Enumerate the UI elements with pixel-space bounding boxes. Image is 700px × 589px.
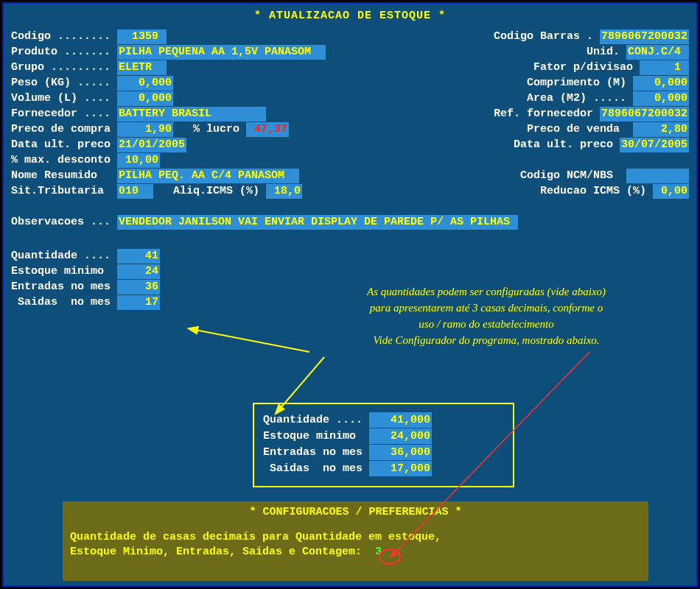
label-peso: Peso (KG) .....	[11, 76, 117, 91]
field-max-desc[interactable]: 10,00	[117, 153, 160, 168]
row-fornecedor: Fornecedor .... BATTERY BRASIL Ref. forn…	[11, 107, 689, 121]
field-est-min-dec[interactable]: 24,000	[369, 428, 432, 444]
field-nome-res[interactable]: PILHA PEQ. AA C/4 PANASOM	[117, 169, 299, 183]
label-qtd: Quantidade ....	[11, 249, 117, 264]
label-produto: Produto .......	[11, 45, 117, 60]
field-volume[interactable]: 0,000	[117, 91, 173, 106]
field-data-ult2[interactable]: 30/07/2005	[620, 138, 689, 152]
field-data-ult1[interactable]: 21/01/2005	[117, 138, 186, 152]
label-fornecedor: Fornecedor ....	[11, 107, 117, 121]
field-sit-trib[interactable]: 010	[117, 184, 153, 199]
label-codigo-barras: Codigo Barras .	[494, 29, 600, 44]
row-desconto: % max. desconto 10,00	[11, 153, 689, 168]
config-panel: * CONFIGURACOES / PREFERENCIAS * Quantid…	[63, 501, 648, 581]
field-comprimento[interactable]: 0,000	[633, 76, 689, 91]
terminal-screen: * ATUALIZACAO DE ESTOQUE * Codigo ......…	[2, 2, 698, 587]
field-ncm[interactable]	[626, 169, 689, 183]
decimal-quantity-box: Quantidade .... 41,000 Estoque minimo 24…	[253, 403, 514, 487]
config-title: * CONFIGURACOES / PREFERENCIAS *	[70, 506, 641, 518]
field-saidas[interactable]: 17	[117, 295, 160, 310]
row-saidas-dec: Saidas no mes 17,000	[263, 461, 504, 476]
field-codigo[interactable]: 1359	[117, 29, 167, 44]
row-nome-res: Nome Resumido PILHA PEQ. AA C/4 PANASOM …	[11, 169, 689, 183]
field-entradas[interactable]: 36	[117, 280, 160, 294]
label-data-ult1: Data ult. preco	[11, 138, 117, 152]
row-est-min-dec: Estoque minimo 24,000	[263, 428, 504, 444]
label-sit-trib: Sit.Tributaria	[11, 184, 117, 199]
label-codigo: Codigo ........	[11, 29, 117, 44]
label-nome-res: Nome Resumido	[11, 169, 117, 183]
row-produto: Produto ....... PILHA PEQUENA AA 1,5V PA…	[11, 45, 689, 60]
label-max-desc: % max. desconto	[11, 153, 117, 168]
annotation-line: As quantidades podem ser configuradas (v…	[295, 283, 678, 300]
row-qtd-dec: Quantidade .... 41,000	[263, 412, 504, 428]
row-qtd: Quantidade .... 41	[11, 249, 689, 264]
label-saidas: Saidas no mes	[11, 295, 117, 310]
field-ref-forn[interactable]: 7896067200032	[600, 107, 689, 121]
label-preco-venda: Preco de venda	[527, 122, 633, 137]
label-lucro: % lucro	[193, 122, 246, 137]
row-est-min: Estoque minimo 24	[11, 264, 689, 279]
row-volume: Volume (L) .... 0,000 Area (M2) ..... 0,…	[11, 91, 689, 106]
label-grupo: Grupo .........	[11, 60, 117, 75]
field-lucro[interactable]: 47,37	[246, 122, 289, 137]
row-entradas-dec: Entradas no mes 36,000	[263, 445, 504, 460]
label-entradas-dec: Entradas no mes	[263, 445, 369, 460]
field-area[interactable]: 0,000	[633, 91, 689, 106]
field-grupo[interactable]: ELETR	[117, 60, 167, 75]
label-qtd-dec: Quantidade ....	[263, 412, 369, 428]
label-est-min-dec: Estoque minimo	[263, 428, 369, 444]
label-entradas: Entradas no mes	[11, 280, 117, 294]
config-line2: Estoque Minimo, Entradas, Saidas e Conta…	[70, 545, 641, 560]
label-saidas-dec: Saidas no mes	[263, 461, 369, 476]
row-tributaria: Sit.Tributaria 010 Aliq.ICMS (%) 18,0 Re…	[11, 184, 689, 199]
label-aliq: Aliq.ICMS (%)	[173, 184, 266, 199]
annotation-line: uso / ramo do estabelecimento	[295, 316, 678, 332]
label-area: Area (M2) .....	[527, 91, 633, 106]
label-fator: Fator p/divisao	[533, 60, 640, 75]
config-line1: Quantidade de casas decimais para Quanti…	[70, 530, 641, 545]
field-unid[interactable]: CONJ.C/4	[626, 45, 689, 60]
field-red-icms[interactable]: 0,00	[653, 184, 689, 199]
row-grupo: Grupo ......... ELETR Fator p/divisao 1	[11, 60, 689, 75]
label-preco-compra: Preco de compra	[11, 122, 117, 137]
annotation-text: As quantidades podem ser configuradas (v…	[295, 283, 678, 348]
field-preco-venda[interactable]: 2,80	[633, 122, 689, 137]
field-fornecedor[interactable]: BATTERY BRASIL	[117, 107, 266, 121]
label-unid: Unid.	[587, 45, 626, 60]
row-codigo: Codigo ........ 1359 Codigo Barras . 789…	[11, 29, 689, 44]
config-value[interactable]: 3	[375, 546, 382, 558]
field-est-min[interactable]: 24	[117, 264, 160, 279]
field-peso[interactable]: 0,000	[117, 76, 173, 91]
label-est-min: Estoque minimo	[11, 264, 117, 279]
row-preco: Preco de compra 1,90 % lucro 47,37 Preco…	[11, 122, 689, 137]
row-obs: Observacoes ... VENDEDOR JANILSON VAI EN…	[11, 215, 689, 230]
field-produto[interactable]: PILHA PEQUENA AA 1,5V PANASOM	[117, 45, 326, 60]
field-preco-compra[interactable]: 1,90	[117, 122, 173, 137]
label-comprimento: Comprimento (M)	[527, 76, 633, 91]
label-red-icms: Reducao ICMS (%)	[540, 184, 653, 199]
screen-title: * ATUALIZACAO DE ESTOQUE *	[11, 10, 689, 22]
field-codigo-barras[interactable]: 7896067200032	[600, 29, 689, 44]
field-saidas-dec[interactable]: 17,000	[369, 461, 432, 476]
label-data-ult2: Data ult. preco	[514, 138, 620, 152]
label-volume: Volume (L) ....	[11, 91, 117, 106]
field-qtd[interactable]: 41	[117, 249, 160, 264]
annotation-line: Vide Configurador do programa, mostrado …	[295, 332, 678, 348]
row-data-ult: Data ult. preco 21/01/2005 Data ult. pre…	[11, 138, 689, 152]
field-fator[interactable]: 1	[640, 60, 689, 75]
label-ref-forn: Ref. fornecedor	[494, 107, 600, 121]
label-obs: Observacoes ...	[11, 215, 117, 230]
row-peso: Peso (KG) ..... 0,000 Comprimento (M) 0,…	[11, 76, 689, 91]
field-entradas-dec[interactable]: 36,000	[369, 445, 432, 460]
field-qtd-dec[interactable]: 41,000	[369, 412, 432, 428]
annotation-line: para apresentarem até 3 casas decimais, …	[295, 300, 678, 316]
field-aliq[interactable]: 18,0	[266, 184, 302, 199]
field-obs[interactable]: VENDEDOR JANILSON VAI ENVIAR DISPLAY DE …	[117, 215, 518, 230]
label-ncm: Codigo NCM/NBS	[520, 169, 626, 183]
